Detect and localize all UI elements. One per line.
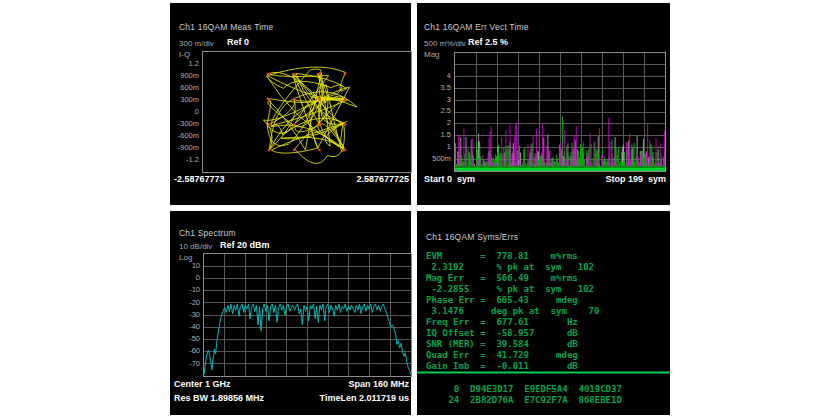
ref-level-readout: Ref 0 — [227, 37, 249, 47]
tick-label: -300m — [170, 119, 199, 128]
tick-label: -30 — [170, 310, 200, 319]
tick-label: 10 — [170, 261, 200, 270]
tick-label: 900m — [170, 71, 199, 80]
err-vect-bars — [455, 53, 665, 171]
tick-label: 500m — [417, 154, 451, 163]
constellation-plot[interactable] — [202, 51, 412, 173]
tick-label: -1.2 — [170, 155, 199, 164]
spectrum-plot[interactable] — [203, 253, 412, 377]
tick-label: 1 — [417, 142, 451, 151]
vsa-screen: Ch1 16QAM Meas Time 300 m/div Ref 0 I-Q … — [0, 0, 840, 420]
readout-line: -2.2855 % pk at sym 102 — [426, 284, 599, 295]
panel-syms-errs[interactable]: Ch1 16QAM Syms/Errs EVM = 778.81 m%rms 2… — [417, 211, 670, 415]
readout-line: Phase Err = 605.43 mdeg — [426, 295, 599, 306]
x-axis-start: Start 0 sym — [424, 174, 475, 184]
readout-line: 2.3102 % pk at sym 102 — [426, 262, 599, 273]
err-vect-plot[interactable] — [454, 52, 666, 172]
tick-label: 2.5 — [417, 106, 451, 115]
tick-label: 3 — [417, 95, 451, 104]
error-summary-readout: EVM = 778.81 m%rms 2.3102 % pk at sym 10… — [426, 251, 599, 372]
scale-per-div: 500 m%/div — [424, 39, 466, 48]
axis-format-label: Mag — [424, 50, 440, 59]
res-bw-readout: Res BW 1.89856 MHz — [174, 393, 264, 403]
center-freq-readout: Center 1 GHz — [174, 379, 231, 389]
x-axis-stop: Stop 199 sym — [605, 174, 666, 184]
tick-label: -70 — [170, 359, 200, 368]
trace-title: Ch1 Spectrum — [179, 228, 236, 238]
scale-per-div: 300 m/div — [179, 39, 214, 48]
tick-label: 1.5 — [417, 130, 451, 139]
tick-label: -40 — [170, 322, 200, 331]
tick-label: 3.5 — [417, 83, 451, 92]
tick-label: 2 — [417, 118, 451, 127]
panel-err-vect-time[interactable]: Ch1 16QAM Err Vect Time 500 m%/div Ref 2… — [417, 3, 670, 205]
time-len-readout: TimeLen 2.011719 us — [320, 393, 409, 403]
constellation-trace — [203, 52, 411, 172]
tick-label: 4 — [417, 71, 451, 80]
tick-label: -600m — [170, 131, 199, 140]
tick-label: 1.2 — [170, 59, 199, 68]
readout-line: Freq Err = 677.61 Hz — [426, 317, 599, 328]
tick-label: 300m — [170, 95, 199, 104]
tick-label: -10 — [170, 285, 200, 294]
readout-line: 3.1476 deg pk at sym 70 — [426, 306, 599, 317]
trace-title: Ch1 16QAM Meas Time — [179, 22, 274, 32]
readout-line: Quad Err = 41.729 mdeg — [426, 350, 599, 361]
readout-line: 0 D94E3D17 E9EDF5A4 4019CD37 — [443, 384, 622, 395]
scale-per-div: 10 dB/div — [179, 242, 212, 251]
trace-title: Ch1 16QAM Err Vect Time — [424, 22, 529, 32]
x-axis-max: 2.587677725 — [356, 174, 409, 184]
spectrum-trace — [204, 254, 411, 376]
axis-format-label: I-Q — [179, 50, 190, 59]
tick-label: -60 — [170, 346, 200, 355]
ref-level-readout: Ref 2.5 % — [468, 37, 508, 47]
ref-level-readout: Ref 20 dBm — [220, 240, 270, 250]
readout-line: IQ Offset = -58.957 dB — [426, 328, 599, 339]
readout-line: EVM = 778.81 m%rms — [426, 251, 599, 262]
tick-label: -20 — [170, 298, 200, 307]
span-readout: Span 160 MHz — [348, 379, 409, 389]
tick-label: 0 — [170, 107, 199, 116]
readout-line: SNR (MER) = 39.584 dB — [426, 339, 599, 350]
x-axis-min: -2.58767773 — [174, 174, 225, 184]
tick-label: 600m — [170, 83, 199, 92]
panel-spectrum[interactable]: Ch1 Spectrum 10 dB/div Ref 20 dBm Log 10… — [170, 211, 411, 415]
readout-line: 24 2B82D76A E7C92F7A 868EBE1D — [443, 395, 622, 406]
tick-label: -50 — [170, 334, 200, 343]
divider-line — [417, 371, 670, 374]
trace-title: Ch1 16QAM Syms/Errs — [426, 232, 518, 242]
tick-label: 0 — [170, 273, 200, 282]
tick-label: -900m — [170, 143, 199, 152]
panel-meas-time[interactable]: Ch1 16QAM Meas Time 300 m/div Ref 0 I-Q … — [170, 3, 411, 205]
readout-line: Mag Err = 566.49 m%rms — [426, 273, 599, 284]
symbol-table-readout: 0 D94E3D17 E9EDF5A4 4019CD37 24 2B82D76A… — [443, 384, 622, 406]
